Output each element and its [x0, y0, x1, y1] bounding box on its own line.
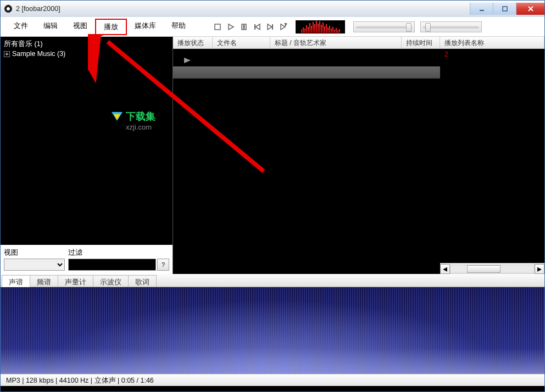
svg-rect-3 — [503, 7, 507, 11]
toolbar: ? — [211, 20, 485, 33]
expand-icon[interactable]: + — [4, 51, 10, 57]
col-duration[interactable]: 持续时间 — [402, 37, 440, 48]
h-scrollbar[interactable]: ◂ ▸ — [440, 263, 544, 274]
menu-view[interactable]: 视图 — [65, 19, 95, 35]
next-button[interactable] — [264, 21, 276, 33]
svg-marker-16 — [184, 58, 191, 63]
now-playing-icon — [183, 57, 193, 64]
col-status[interactable]: 播放状态 — [173, 37, 213, 48]
svg-marker-12 — [268, 24, 272, 30]
tab-spectrum[interactable]: 频谱 — [30, 275, 58, 287]
tab-vumeter[interactable]: 声量计 — [58, 275, 93, 287]
app-icon — [4, 4, 13, 13]
svg-text:?: ? — [285, 23, 287, 26]
status-bar: MP3 | 128 kbps | 44100 Hz | 立体声 | 0:05 /… — [1, 374, 544, 386]
tree-root[interactable]: 所有音乐 (1) — [4, 39, 169, 49]
playlist-panel: 播放状态 文件名 标题 / 音轨艺术家 持续时间 — [173, 37, 440, 274]
menu-edit[interactable]: 编辑 — [36, 19, 65, 35]
tab-spectrogram[interactable]: 声谱 — [2, 275, 30, 287]
library-panel: 所有音乐 (1) +Sample Music (3) 视图 过滤 ? — [1, 37, 173, 274]
menu-file[interactable]: 文件 — [6, 19, 36, 35]
filter-input[interactable] — [68, 259, 156, 271]
prev-button[interactable] — [251, 21, 263, 33]
menu-library[interactable]: 媒体库 — [127, 19, 164, 35]
view-select[interactable] — [4, 259, 65, 271]
close-button[interactable] — [516, 3, 544, 15]
pause-button[interactable] — [238, 21, 250, 33]
svg-point-1 — [7, 7, 10, 10]
scroll-left-icon[interactable]: ◂ — [440, 264, 450, 274]
svg-rect-9 — [244, 24, 246, 30]
minimize-button[interactable] — [470, 3, 493, 15]
window-title: 2 [foobar2000] — [16, 5, 60, 13]
maximize-button[interactable] — [493, 3, 516, 15]
spectrogram-view — [1, 287, 544, 374]
menu-help[interactable]: 帮助 — [164, 19, 193, 35]
play-button[interactable] — [225, 21, 237, 33]
library-tree[interactable]: 所有音乐 (1) +Sample Music (3) — [1, 37, 173, 245]
svg-marker-7 — [229, 24, 233, 30]
title-bar: 2 [foobar2000] — [1, 1, 544, 17]
tab-lyrics[interactable]: 歌词 — [128, 275, 157, 287]
window-controls — [470, 3, 544, 15]
col-title-artist[interactable]: 标题 / 音轨艺术家 — [270, 37, 402, 48]
svg-rect-8 — [242, 24, 243, 30]
playlist-names-panel: 播放列表名称 2 ◂ ▸ — [440, 37, 544, 274]
menu-play[interactable]: 播放 — [95, 19, 127, 35]
col-filename[interactable]: 文件名 — [213, 37, 270, 48]
filter-label: 过滤 — [68, 248, 169, 257]
volume-slider[interactable] — [420, 21, 482, 32]
playlist-body[interactable] — [173, 49, 440, 274]
playlist-name-item[interactable]: 2 — [440, 49, 544, 60]
col-playlist-name[interactable]: 播放列表名称 — [440, 37, 544, 48]
menu-bar: 文件 编辑 视图 播放 媒体库 帮助 — [1, 19, 193, 35]
tab-oscilloscope[interactable]: 示波仪 — [93, 275, 129, 287]
filter-row: 视图 过滤 ? — [1, 245, 173, 274]
main-area: 所有音乐 (1) +Sample Music (3) 视图 过滤 ? 播放状态 … — [1, 37, 544, 274]
seek-slider[interactable] — [353, 21, 415, 32]
stop-button[interactable] — [212, 21, 224, 33]
column-headers: 播放状态 文件名 标题 / 音轨艺术家 持续时间 — [173, 37, 440, 49]
svg-rect-6 — [215, 24, 220, 30]
tree-child[interactable]: +Sample Music (3) — [4, 49, 169, 58]
menu-toolbar-row: 文件 编辑 视图 播放 媒体库 帮助 ? — [1, 17, 544, 37]
playlist-names-body[interactable]: 2 — [440, 49, 544, 263]
scroll-right-icon[interactable]: ▸ — [535, 264, 544, 274]
visualization-tabs: 声谱 频谱 声量计 示波仪 歌词 — [1, 274, 544, 287]
pl-name-header: 播放列表名称 — [440, 37, 544, 49]
scroll-thumb[interactable] — [467, 265, 500, 273]
view-label: 视图 — [4, 248, 65, 257]
random-button[interactable]: ? — [277, 21, 290, 33]
playlist-row[interactable] — [173, 66, 440, 79]
filter-help-button[interactable]: ? — [157, 259, 169, 271]
svg-marker-10 — [255, 24, 260, 30]
visualizer — [296, 20, 345, 33]
